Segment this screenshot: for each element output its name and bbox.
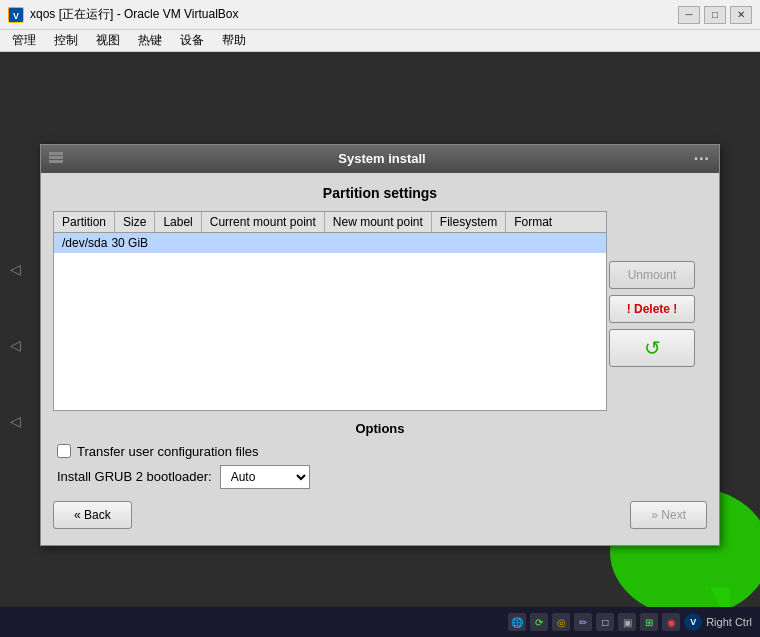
col-size: Size — [115, 212, 155, 232]
right-ctrl-label: Right Ctrl — [706, 616, 752, 628]
col-partition: Partition — [54, 212, 115, 232]
system-install-dialog: System install ⋯ Partition settings Part… — [40, 144, 720, 546]
left-decoration: ◁ ◁ ◁ — [0, 52, 30, 637]
transfer-label: Transfer user configuration files — [77, 444, 259, 459]
taskbar-icon-3[interactable]: ◎ — [552, 613, 570, 631]
left-arrow-1: ◁ — [10, 261, 21, 277]
taskbar-icon-5[interactable]: □ — [596, 613, 614, 631]
unmount-button[interactable]: Unmount — [609, 261, 695, 289]
taskbar: 🌐 ⟳ ◎ ✏ □ ▣ ⊞ ◉ V Right Ctrl — [0, 607, 760, 637]
col-format: Format — [506, 212, 560, 232]
bottom-buttons: « Back » Next — [53, 501, 707, 533]
dialog-content: Partition settings Partition Size Label … — [41, 173, 719, 545]
taskbar-icon-6[interactable]: ▣ — [618, 613, 636, 631]
taskbar-icon-vbox[interactable]: V — [684, 613, 702, 631]
row-partition-value: /dev/sda — [62, 236, 107, 250]
back-button[interactable]: « Back — [53, 501, 132, 529]
menu-view[interactable]: 视图 — [88, 30, 128, 51]
grub-row: Install GRUB 2 bootloader: Auto Manual N… — [53, 465, 707, 489]
next-button[interactable]: » Next — [630, 501, 707, 529]
left-arrow-3: ◁ — [10, 413, 21, 429]
table-body: /dev/sda 30 GiB — [54, 233, 606, 393]
menu-device[interactable]: 设备 — [172, 30, 212, 51]
grub-select[interactable]: Auto Manual None — [220, 465, 310, 489]
menu-control[interactable]: 控制 — [46, 30, 86, 51]
col-new-mount: New mount point — [325, 212, 432, 232]
window-title: xqos [正在运行] - Oracle VM VirtualBox — [30, 6, 678, 23]
transfer-checkbox[interactable] — [57, 444, 71, 458]
table-header: Partition Size Label Current mount point… — [54, 212, 606, 233]
col-filesystem: Filesystem — [432, 212, 506, 232]
menu-hotkey[interactable]: 热键 — [130, 30, 170, 51]
right-action-buttons: Unmount ! Delete ! ↺ — [609, 261, 695, 367]
maximize-button[interactable]: □ — [704, 6, 726, 24]
refresh-icon: ↺ — [644, 336, 661, 360]
app-icon: V — [8, 7, 24, 23]
table-row[interactable]: /dev/sda 30 GiB — [54, 233, 606, 253]
dialog-icon — [49, 151, 65, 167]
svg-rect-4 — [49, 160, 63, 163]
close-button[interactable]: ✕ — [730, 6, 752, 24]
menu-bar: 管理 控制 视图 热键 设备 帮助 — [0, 30, 760, 52]
options-section: Options Transfer user configuration file… — [53, 421, 707, 489]
transfer-option-row: Transfer user configuration files — [53, 444, 707, 459]
refresh-button[interactable]: ↺ — [609, 329, 695, 367]
dialog-title-bar: System install ⋯ — [41, 145, 719, 173]
partition-settings-title: Partition settings — [53, 185, 707, 201]
taskbar-icon-1[interactable]: 🌐 — [508, 613, 526, 631]
menu-manage[interactable]: 管理 — [4, 30, 44, 51]
partition-table: Partition Size Label Current mount point… — [53, 211, 607, 411]
svg-rect-2 — [49, 152, 63, 155]
grub-label: Install GRUB 2 bootloader: — [57, 469, 212, 484]
taskbar-icon-7[interactable]: ⊞ — [640, 613, 658, 631]
dialog-title: System install — [71, 151, 693, 166]
table-section: Partition Size Label Current mount point… — [53, 211, 707, 411]
row-size-value: 30 GiB — [111, 236, 148, 250]
minimize-button[interactable]: ─ — [678, 6, 700, 24]
dialog-menu-dots[interactable]: ⋯ — [693, 149, 711, 168]
delete-button[interactable]: ! Delete ! — [609, 295, 695, 323]
main-area: ◁ ◁ ◁ System install ⋯ Partition setting… — [0, 52, 760, 637]
options-title: Options — [53, 421, 707, 436]
col-current-mount: Current mount point — [202, 212, 325, 232]
window-controls: ─ □ ✕ — [678, 6, 752, 24]
menu-help[interactable]: 帮助 — [214, 30, 254, 51]
svg-rect-3 — [49, 156, 63, 159]
col-label: Label — [155, 212, 201, 232]
svg-text:V: V — [13, 11, 19, 21]
left-arrow-2: ◁ — [10, 337, 21, 353]
taskbar-icon-2[interactable]: ⟳ — [530, 613, 548, 631]
taskbar-icon-4[interactable]: ✏ — [574, 613, 592, 631]
title-bar: V xqos [正在运行] - Oracle VM VirtualBox ─ □… — [0, 0, 760, 30]
taskbar-icon-8[interactable]: ◉ — [662, 613, 680, 631]
